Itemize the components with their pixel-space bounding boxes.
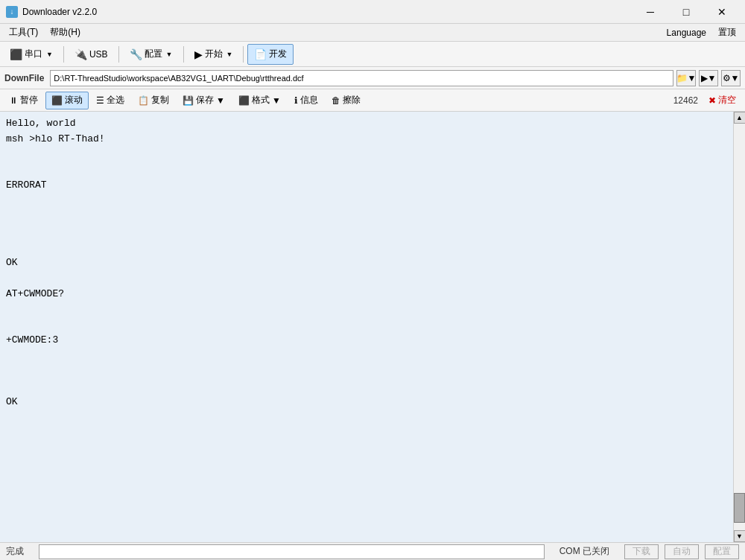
status-download-button[interactable]: 下载 (624, 544, 659, 559)
info-label: 信息 (300, 94, 318, 106)
menu-help[interactable]: 帮助(H) (44, 25, 86, 41)
downfile-label: DownFile (4, 73, 44, 83)
config-arrow: ▼ (166, 51, 173, 58)
format-arrow: ▼ (272, 95, 281, 106)
com-status: COM 已关闭 (559, 545, 609, 558)
toolbar-develop[interactable]: 📄 开发 (247, 44, 294, 65)
window-controls: ─ □ ✕ (633, 0, 739, 24)
app-title: Downloader v2.2.0 (22, 7, 633, 17)
scrollbar: ▲ ▼ (733, 112, 745, 542)
title-bar: ↓ Downloader v2.2.0 ─ □ ✕ (0, 0, 745, 24)
start-arrow: ▼ (226, 51, 233, 58)
selectall-label: 全选 (107, 94, 124, 106)
serial-arrow: ▼ (46, 51, 53, 58)
downfile-browse-button[interactable]: 📁 ▼ (676, 70, 696, 86)
pause-label: 暂停 (20, 94, 38, 106)
format-label: 格式 (252, 94, 270, 106)
main-toolbar: ⬛ 串口 ▼ 🔌 USB 🔧 配置 ▼ ▶ 开始 ▼ 📄 开发 (0, 42, 745, 67)
selectall-icon: ☰ (96, 95, 104, 106)
toolbar-config[interactable]: 🔧 配置 ▼ (123, 44, 180, 65)
toolbar-sep-2 (118, 46, 119, 63)
settings-icon: ⚙ (723, 73, 731, 83)
serial-label: 串口 (25, 48, 42, 60)
scroll-icon: ⬛ (51, 95, 63, 106)
status-config-button[interactable]: 配置 (705, 544, 739, 559)
usb-icon: 🔌 (74, 48, 87, 60)
erase-label: 擦除 (343, 94, 361, 106)
scrollbar-thumb[interactable] (734, 493, 745, 523)
serial-icon: ⬛ (10, 48, 22, 60)
usb-label: USB (89, 49, 108, 60)
status-input-area (39, 544, 545, 559)
erase-button[interactable]: 🗑 擦除 (326, 92, 367, 109)
copy-label: 复制 (151, 94, 169, 106)
run-icon: ▶ (701, 73, 708, 83)
save-arrow: ▼ (216, 95, 225, 106)
clear-button[interactable]: ✖ 清空 (703, 92, 742, 109)
settings-arrow: ▼ (731, 73, 740, 83)
info-icon: ℹ (294, 95, 298, 106)
browse-arrow: ▼ (688, 73, 697, 83)
scrollbar-up-button[interactable]: ▲ (734, 112, 746, 124)
browse-icon: 📁 (676, 73, 688, 83)
toolbar-serial[interactable]: ⬛ 串口 ▼ (3, 44, 60, 65)
copy-icon: 📋 (138, 95, 149, 106)
start-icon: ▶ (194, 48, 203, 60)
toolbar-usb[interactable]: 🔌 USB (68, 44, 115, 65)
count-area: 12462 ✖ 清空 (673, 92, 742, 109)
format-icon: ⬛ (238, 95, 250, 106)
scroll-label: 滚动 (65, 94, 83, 106)
command-input[interactable] (39, 544, 545, 559)
develop-label: 开发 (269, 48, 287, 60)
status-bar: 完成 COM 已关闭 下载 自动 配置 (0, 542, 745, 560)
pause-icon: ⏸ (9, 95, 18, 106)
minimize-button[interactable]: ─ (633, 0, 668, 24)
config-icon: 🔧 (130, 48, 142, 60)
downfile-path-input[interactable] (50, 70, 673, 86)
menu-bar: 工具(T) 帮助(H) Language 置顶 (0, 24, 745, 42)
terminal-wrapper: Hello, world msh >hlo RT-Thad! ERRORAT O… (0, 112, 745, 542)
config-label: 配置 (145, 48, 162, 60)
menu-topmost[interactable]: 置顶 (712, 25, 742, 41)
scrollbar-down-button[interactable]: ▼ (734, 530, 746, 542)
save-button[interactable]: 💾 保存 ▼ (177, 92, 231, 109)
status-text: 完成 (6, 545, 24, 558)
line-count: 12462 (673, 95, 698, 106)
run-arrow: ▼ (708, 73, 717, 83)
toolbar-sep-3 (183, 46, 184, 63)
downfile-settings-button[interactable]: ⚙ ▼ (721, 70, 741, 86)
format-button[interactable]: ⬛ 格式 ▼ (232, 92, 287, 109)
scrollbar-track-area (734, 124, 745, 530)
terminal-output[interactable]: Hello, world msh >hlo RT-Thad! ERRORAT O… (0, 112, 733, 542)
start-label: 开始 (205, 48, 223, 60)
develop-icon: 📄 (254, 48, 267, 60)
menu-right: Language 置顶 (661, 25, 742, 41)
status-right-buttons: 下载 自动 配置 (624, 544, 739, 559)
close-button[interactable]: ✕ (705, 0, 739, 24)
status-autostart-button[interactable]: 自动 (665, 544, 699, 559)
downfile-bar: DownFile 📁 ▼ ▶ ▼ ⚙ ▼ (0, 67, 745, 89)
maximize-button[interactable]: □ (669, 0, 703, 24)
clear-icon: ✖ (708, 95, 716, 106)
save-icon: 💾 (183, 95, 194, 106)
app-icon: ↓ (6, 6, 18, 18)
erase-icon: 🗑 (332, 95, 340, 106)
selectall-button[interactable]: ☰ 全选 (90, 92, 130, 109)
toolbar-sep-4 (243, 46, 244, 63)
scroll-button[interactable]: ⬛ 滚动 (45, 92, 89, 109)
menu-language[interactable]: Language (661, 25, 712, 41)
secondary-toolbar: ⏸ 暂停 ⬛ 滚动 ☰ 全选 📋 复制 💾 保存 ▼ ⬛ 格式 ▼ ℹ 信息 🗑… (0, 89, 745, 112)
toolbar-sep-1 (63, 46, 64, 63)
menu-tools[interactable]: 工具(T) (3, 25, 44, 41)
info-button[interactable]: ℹ 信息 (288, 92, 324, 109)
toolbar-start[interactable]: ▶ 开始 ▼ (188, 44, 240, 65)
pause-button[interactable]: ⏸ 暂停 (3, 92, 44, 109)
downfile-run-button[interactable]: ▶ ▼ (699, 70, 718, 86)
clear-label: 清空 (718, 94, 736, 106)
save-label: 保存 (196, 94, 214, 106)
copy-button[interactable]: 📋 复制 (132, 92, 175, 109)
